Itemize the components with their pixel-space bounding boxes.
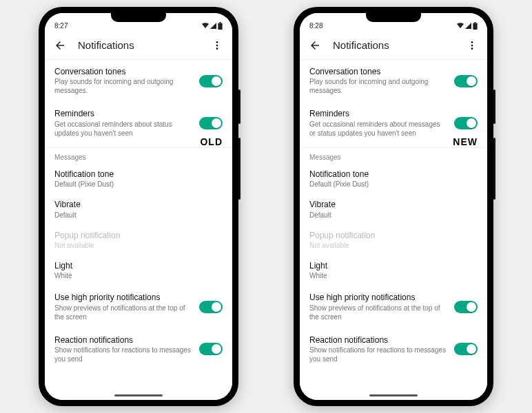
svg-rect-5 bbox=[473, 23, 477, 30]
toggle-reminders[interactable] bbox=[199, 117, 223, 129]
app-header: Notifications bbox=[300, 31, 487, 60]
app-header: Notifications bbox=[45, 31, 232, 60]
setting-high-priority[interactable]: Use high priority notifications Show pre… bbox=[300, 286, 487, 328]
setting-subtitle: Default bbox=[309, 211, 478, 220]
settings-list[interactable]: Conversation tones Play sounds for incom… bbox=[45, 60, 232, 390]
nav-pill[interactable] bbox=[369, 394, 418, 396]
setting-subtitle: Not available bbox=[54, 241, 223, 250]
setting-title: Reminders bbox=[309, 109, 447, 118]
svg-point-8 bbox=[471, 44, 473, 46]
setting-subtitle: Get occasional reminders about messages … bbox=[309, 120, 447, 138]
screen: 8:27 Notifications Conversation tones Pl… bbox=[45, 13, 232, 400]
setting-conversation-tones[interactable]: Conversation tones Play sounds for incom… bbox=[300, 60, 487, 102]
kebab-icon bbox=[467, 40, 478, 51]
setting-light[interactable]: Light White bbox=[300, 255, 487, 286]
setting-title: Reaction notifications bbox=[54, 335, 192, 345]
setting-vibrate[interactable]: Vibrate Default bbox=[45, 194, 232, 224]
setting-title: Popup notification bbox=[54, 231, 223, 240]
wifi-icon bbox=[202, 23, 209, 29]
svg-rect-1 bbox=[219, 22, 221, 23]
toggle-reaction-notifications[interactable] bbox=[454, 343, 478, 355]
setting-title: Conversation tones bbox=[309, 67, 447, 76]
setting-reaction-notifications[interactable]: Reaction notifications Show notification… bbox=[45, 328, 232, 370]
battery-icon bbox=[218, 22, 223, 30]
setting-title: Use high priority notifications bbox=[54, 293, 192, 302]
setting-title: Light bbox=[309, 261, 478, 271]
setting-title: Use high priority notifications bbox=[309, 293, 447, 302]
setting-subtitle: Show notifications for reactions to mess… bbox=[54, 346, 192, 363]
kebab-icon bbox=[212, 40, 223, 51]
comparison-label: NEW bbox=[453, 136, 478, 147]
svg-point-2 bbox=[216, 41, 218, 43]
setting-title: Light bbox=[54, 261, 223, 271]
setting-subtitle: Play sounds for incoming and outgoing me… bbox=[309, 77, 447, 95]
toggle-reminders[interactable] bbox=[454, 117, 478, 129]
setting-popup-notification: Popup notification Not available bbox=[300, 225, 487, 255]
toggle-conversation-tones[interactable] bbox=[199, 75, 223, 87]
setting-reaction-notifications[interactable]: Reaction notifications Show notification… bbox=[300, 328, 487, 370]
back-arrow-icon bbox=[54, 39, 66, 52]
back-button[interactable] bbox=[307, 37, 323, 54]
setting-title: Reaction notifications bbox=[309, 335, 447, 345]
setting-title: Reminders bbox=[54, 109, 192, 118]
setting-title: Notification tone bbox=[309, 169, 478, 179]
svg-rect-0 bbox=[218, 23, 222, 30]
overflow-menu-button[interactable] bbox=[464, 37, 480, 54]
power-button[interactable] bbox=[493, 89, 495, 124]
nav-pill[interactable] bbox=[114, 394, 163, 396]
battery-icon bbox=[473, 22, 478, 30]
setting-notification-tone[interactable]: Notification tone Default (Pixie Dust) bbox=[300, 164, 487, 194]
phone-old: 8:27 Notifications Conversation tones Pl… bbox=[39, 7, 238, 406]
signal-icon bbox=[465, 23, 471, 29]
setting-title: Conversation tones bbox=[54, 67, 192, 76]
volume-button[interactable] bbox=[493, 138, 495, 200]
setting-subtitle: Default (Pixie Dust) bbox=[309, 180, 478, 189]
setting-subtitle: Not available bbox=[309, 241, 478, 250]
page-title: Notifications bbox=[78, 39, 199, 51]
setting-title: Notification tone bbox=[54, 169, 223, 179]
overflow-menu-button[interactable] bbox=[209, 37, 225, 54]
svg-rect-6 bbox=[474, 22, 475, 23]
page-title: Notifications bbox=[333, 39, 454, 51]
status-time: 8:28 bbox=[309, 22, 323, 30]
setting-popup-notification: Popup notification Not available bbox=[45, 225, 232, 255]
setting-subtitle: Show previews of notifications at the to… bbox=[54, 304, 192, 321]
volume-button[interactable] bbox=[238, 138, 241, 200]
signal-icon bbox=[210, 23, 216, 29]
setting-conversation-tones[interactable]: Conversation tones Play sounds for incom… bbox=[45, 60, 232, 102]
setting-light[interactable]: Light White bbox=[45, 255, 232, 286]
section-header-messages: Messages bbox=[45, 147, 232, 164]
back-button[interactable] bbox=[52, 37, 68, 54]
setting-high-priority[interactable]: Use high priority notifications Show pre… bbox=[45, 286, 232, 328]
notch bbox=[111, 13, 166, 22]
status-time: 8:27 bbox=[54, 22, 68, 30]
toggle-reaction-notifications[interactable] bbox=[199, 343, 223, 355]
svg-point-7 bbox=[471, 41, 473, 43]
setting-vibrate[interactable]: Vibrate Default bbox=[300, 194, 487, 224]
nav-bar bbox=[45, 390, 232, 400]
svg-point-9 bbox=[471, 47, 473, 50]
back-arrow-icon bbox=[309, 39, 321, 52]
setting-subtitle: Default bbox=[54, 211, 223, 220]
settings-list[interactable]: Conversation tones Play sounds for incom… bbox=[300, 60, 487, 390]
setting-subtitle: Show notifications for reactions to mess… bbox=[309, 346, 447, 363]
svg-point-3 bbox=[216, 44, 218, 46]
status-icons bbox=[202, 22, 223, 30]
svg-point-4 bbox=[216, 47, 218, 50]
nav-bar bbox=[300, 390, 487, 400]
screen: 8:28 Notifications Conversation tones Pl… bbox=[300, 13, 487, 400]
toggle-conversation-tones[interactable] bbox=[454, 75, 478, 87]
setting-title: Vibrate bbox=[309, 200, 478, 209]
status-icons bbox=[457, 22, 478, 30]
setting-subtitle: Play sounds for incoming and outgoing me… bbox=[54, 77, 192, 95]
setting-title: Popup notification bbox=[309, 231, 478, 240]
setting-title: Vibrate bbox=[54, 200, 223, 209]
toggle-high-priority[interactable] bbox=[454, 301, 478, 313]
setting-subtitle: Get occasional reminders about status up… bbox=[54, 120, 192, 138]
setting-notification-tone[interactable]: Notification tone Default (Pixie Dust) bbox=[45, 164, 232, 194]
wifi-icon bbox=[457, 23, 464, 29]
section-header-messages: Messages bbox=[300, 147, 487, 164]
toggle-high-priority[interactable] bbox=[199, 301, 223, 313]
power-button[interactable] bbox=[238, 89, 241, 124]
comparison-label: OLD bbox=[200, 136, 223, 147]
